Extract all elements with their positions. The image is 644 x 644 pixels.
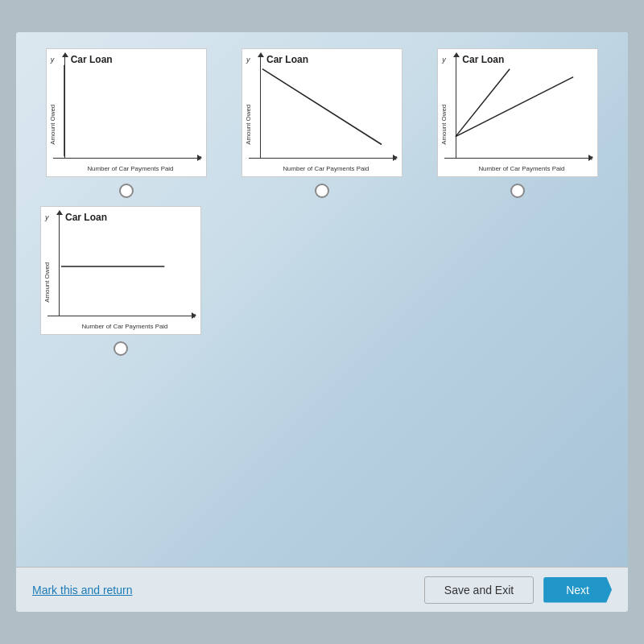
- graph-svg-4: Amount Owed Number of Car Payments Paid: [41, 207, 200, 334]
- radio-2[interactable]: [315, 184, 329, 198]
- footer-bar: Mark this and return Save and Exit Next: [16, 567, 628, 612]
- graph-svg-3: Amount Owed Number of Car Payments Paid: [438, 49, 597, 176]
- graph-container-4: y x Car Loan Amount Owed Number of Car P…: [32, 206, 209, 356]
- graph-box-3: y x Car Loan Amount Owed Number of Car P…: [437, 48, 598, 177]
- svg-text:Amount Owed: Amount Owed: [440, 105, 448, 145]
- svg-text:Number of Car Payments Paid: Number of Car Payments Paid: [81, 323, 167, 330]
- graph-container-3: y x Car Loan Amount Owed Number of Car P…: [429, 48, 606, 198]
- content-area: y x Car Loan Amount Owed Number of Car P…: [16, 32, 628, 567]
- graph-box-2: y x Car Loan Amount Owed Number of Car P…: [242, 48, 402, 177]
- radio-3[interactable]: [510, 184, 525, 198]
- next-button[interactable]: Next: [543, 577, 612, 603]
- graph-box-1: y x Car Loan Amount Owed Number of Car P…: [46, 48, 207, 177]
- footer-right: Save and Exit Next: [424, 576, 612, 604]
- save-exit-button[interactable]: Save and Exit: [424, 576, 534, 604]
- svg-text:Amount Owed: Amount Owed: [245, 105, 252, 145]
- graph-container-2: y x Car Loan Amount Owed Number of Car P…: [233, 48, 411, 198]
- bottom-graphs-row: y x Car Loan Amount Owed Number of Car P…: [32, 206, 612, 356]
- graph-box-4: y x Car Loan Amount Owed Number of Car P…: [40, 206, 201, 335]
- svg-text:Amount Owed: Amount Owed: [49, 105, 56, 145]
- graph-svg-2: Amount Owed Number of Car Payments Paid: [242, 49, 402, 176]
- svg-line-9: [456, 77, 573, 137]
- top-graphs-row: y x Car Loan Amount Owed Number of Car P…: [32, 48, 612, 198]
- svg-text:Number of Car Payments Paid: Number of Car Payments Paid: [87, 165, 173, 172]
- svg-line-5: [262, 69, 382, 145]
- svg-line-8: [456, 69, 510, 137]
- quiz-screen: y x Car Loan Amount Owed Number of Car P…: [16, 32, 628, 612]
- graph-container-1: y x Car Loan Amount Owed Number of Car P…: [38, 48, 215, 198]
- radio-4[interactable]: [114, 341, 128, 356]
- svg-text:Number of Car Payments Paid: Number of Car Payments Paid: [479, 165, 565, 172]
- svg-text:Amount Owed: Amount Owed: [43, 262, 51, 303]
- radio-1[interactable]: [119, 184, 134, 198]
- mark-return-button[interactable]: Mark this and return: [32, 584, 133, 597]
- graph-svg-1: Amount Owed Number of Car Payments Paid: [47, 49, 206, 176]
- svg-text:Number of Car Payments Paid: Number of Car Payments Paid: [283, 165, 369, 172]
